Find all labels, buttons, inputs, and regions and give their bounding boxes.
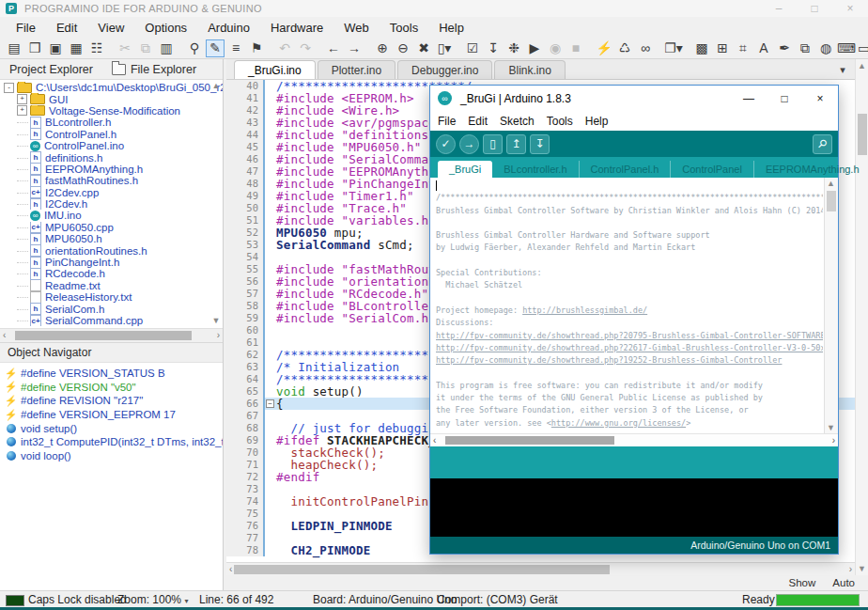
tab-list-icon[interactable]: ▾: [834, 64, 851, 76]
tab-project-explorer[interactable]: Project Explorer: [0, 63, 102, 76]
maximize-icon[interactable]: □: [767, 92, 802, 105]
tab-file-explorer[interactable]: File Explorer: [102, 63, 206, 76]
scrollbar-thumb[interactable]: [827, 191, 836, 211]
minimize-icon[interactable]: –: [761, 0, 797, 17]
terminal-icon[interactable]: ⌨: [837, 39, 856, 57]
arduino-tab-_brugi[interactable]: _BruGi: [438, 161, 492, 178]
search-icon[interactable]: ⚲: [185, 39, 204, 57]
object-navigator-item[interactable]: ⚡#define VERSION_EEPROM 17: [0, 408, 223, 422]
tree-item[interactable]: +Voltage-Sense-Modification: [0, 105, 223, 117]
tree-item[interactable]: c+SerialCommand.cpp: [0, 315, 223, 326]
tree-item[interactable]: ReleaseHistory.txt: [0, 291, 223, 303]
editor-tab-plotter.ino[interactable]: Plotter.ino: [318, 60, 395, 79]
tree-item[interactable]: hMPU6050.h: [0, 233, 223, 244]
scroll-down-icon[interactable]: ▼: [856, 564, 868, 573]
save-icon[interactable]: ▣: [46, 39, 65, 57]
scroll-left-icon[interactable]: ‹: [3, 330, 6, 340]
arduino-menu-sketch[interactable]: Sketch: [500, 115, 535, 128]
scrollbar-thumb[interactable]: [234, 565, 610, 574]
run-icon[interactable]: ▶: [525, 39, 544, 57]
auto-toggle[interactable]: Auto: [832, 577, 855, 588]
object-navigator-item[interactable]: ⚡#define REVISION "r217": [0, 394, 223, 408]
serial-monitor-icon[interactable]: ⚲: [813, 134, 832, 154]
card-menu-icon[interactable]: ▯▾: [435, 39, 454, 57]
show-toggle[interactable]: Show: [789, 577, 816, 588]
scroll-right-icon[interactable]: ›: [217, 330, 220, 340]
arduino-code-editor[interactable]: /***************************************…: [430, 178, 838, 433]
tree-item[interactable]: c+MPU6050.cpp: [0, 222, 223, 233]
close-icon[interactable]: ×: [832, 0, 868, 17]
scroll-right-icon[interactable]: ›: [849, 564, 852, 574]
menu-view[interactable]: View: [87, 21, 134, 35]
scroll-down-icon[interactable]: ▼: [825, 423, 837, 432]
close-icon[interactable]: ×: [802, 92, 838, 105]
arduino-menu-edit[interactable]: Edit: [468, 115, 488, 128]
tree-item[interactable]: ∞ControlPanel.ino: [0, 140, 223, 151]
menu-help[interactable]: Help: [428, 21, 474, 35]
arduino-tab-controlpanel[interactable]: ControlPanel: [671, 161, 754, 178]
tree-item[interactable]: hI2Cdev.h: [0, 198, 223, 210]
arduino-tab-blcontroller.h[interactable]: BLcontroller.h: [492, 161, 579, 178]
editor-horizontal-scrollbar[interactable]: ‹ ›: [226, 562, 855, 575]
scrollbar-thumb[interactable]: [15, 331, 192, 340]
menu-file[interactable]: File: [6, 21, 46, 35]
tree-item[interactable]: hPinChangeInt.h: [0, 257, 223, 268]
scroll-up-icon[interactable]: ▲: [210, 80, 222, 91]
menu-hardware[interactable]: Hardware: [260, 21, 333, 35]
tree-item[interactable]: Readme.txt: [0, 280, 223, 291]
matrix-icon[interactable]: ▩: [692, 39, 711, 57]
verify-icon[interactable]: ✓: [436, 134, 456, 154]
arduino-menu-file[interactable]: File: [438, 115, 456, 128]
expand-icon[interactable]: +: [17, 94, 27, 104]
object-navigator-item[interactable]: void setup(): [0, 421, 223, 435]
save-all-icon[interactable]: ▦: [67, 39, 85, 57]
editor-vertical-scrollbar[interactable]: ▲ ▼: [855, 59, 868, 575]
pencil-icon[interactable]: ✎: [206, 39, 225, 57]
tree-horizontal-scrollbar[interactable]: ‹ ›: [0, 328, 223, 342]
fold-marker-icon[interactable]: −: [266, 399, 274, 408]
tree-vertical-scrollbar[interactable]: ▲ ▼: [209, 80, 223, 326]
editor-tab-debugger.ino[interactable]: Debugger.ino: [397, 60, 492, 79]
minimize-icon[interactable]: —: [731, 92, 767, 105]
open-folder-icon[interactable]: ❒: [25, 39, 44, 57]
list-icon[interactable]: ≡: [226, 39, 245, 57]
arduino-menu-help[interactable]: Help: [585, 115, 609, 128]
scroll-left-icon[interactable]: ‹: [433, 435, 436, 446]
tree-item[interactable]: ∞IMU.ino: [0, 210, 223, 221]
tree-item[interactable]: hBLcontroller.h: [0, 117, 223, 128]
open-sketch-icon[interactable]: ↥: [506, 134, 526, 154]
scrollbar-thumb[interactable]: [445, 436, 614, 445]
window-menu-icon[interactable]: ❐▾: [664, 39, 683, 57]
globe-icon[interactable]: ◍: [816, 39, 835, 57]
tree-item[interactable]: +GUI: [0, 93, 223, 104]
flash-icon[interactable]: ⚡: [595, 39, 613, 57]
zoom-level[interactable]: Zoom: 100% ▾: [117, 593, 188, 606]
fill-icon[interactable]: ✒: [775, 39, 794, 57]
print-icon[interactable]: ☷: [87, 39, 106, 57]
tree-item[interactable]: c+I2Cdev.cpp: [0, 187, 223, 198]
scroll-left-icon[interactable]: ‹: [229, 564, 232, 574]
menu-edit[interactable]: Edit: [46, 21, 87, 35]
arduino-title-bar[interactable]: ∞ _BruGi | Arduino 1.8.3 — □ ×: [430, 86, 838, 111]
scroll-right-icon[interactable]: ›: [832, 435, 835, 446]
copy-pages-icon[interactable]: ⧉: [796, 39, 814, 57]
upload-icon[interactable]: ↧: [484, 39, 503, 57]
zoom-out-icon[interactable]: ⊖: [394, 39, 412, 57]
tree-item[interactable]: hSerialCom.h: [0, 303, 223, 314]
close-x-icon[interactable]: ✖: [414, 39, 433, 57]
object-navigator-item[interactable]: ⚡#define VERSION "v50": [0, 381, 223, 395]
arduino-tab-controlpanel.h[interactable]: ControlPanel.h: [580, 161, 672, 178]
save-sketch-icon[interactable]: ↧: [530, 134, 550, 154]
trash-icon[interactable]: ♺: [615, 39, 634, 57]
nav-back-icon[interactable]: ←: [324, 39, 343, 57]
tree-item[interactable]: hdefinitions.h: [0, 151, 223, 163]
nav-forward-icon[interactable]: →: [345, 39, 364, 57]
new-file-icon[interactable]: ▤: [5, 39, 23, 57]
scroll-down-icon[interactable]: ▼: [210, 315, 222, 326]
menu-tools[interactable]: Tools: [380, 21, 428, 35]
tree-item[interactable]: hfastMathRoutines.h: [0, 175, 223, 186]
zoom-in-icon[interactable]: ⊕: [373, 39, 392, 57]
object-navigator-item[interactable]: int32_t ComputePID(int32_t DTms, int32_t…: [0, 435, 223, 449]
loop-icon[interactable]: ∞: [636, 39, 655, 57]
bookmark-icon[interactable]: ⚑: [247, 39, 266, 57]
